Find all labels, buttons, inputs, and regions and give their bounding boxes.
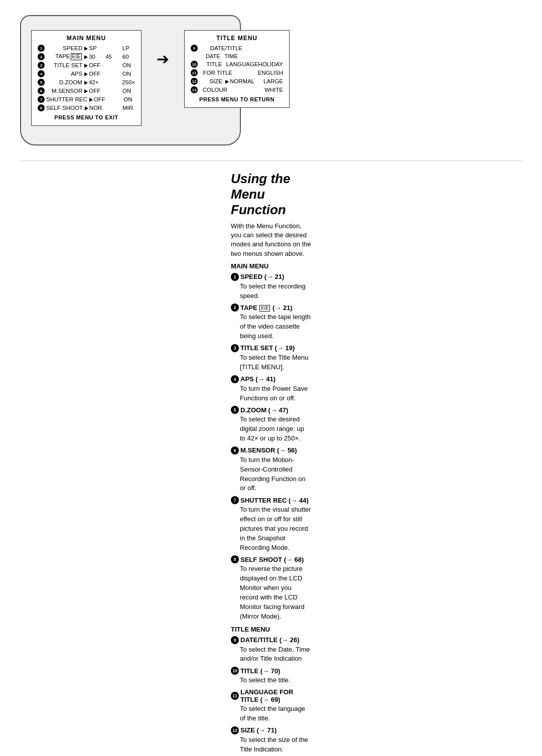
item-desc-title-set: To select the Title Menu [TITLE MENU]. — [231, 353, 311, 372]
item-heading-size: 12 SIZE (→ 71) — [231, 726, 311, 734]
item-desc-speed: To select the recording speed. — [231, 282, 311, 301]
num-13: 13 — [191, 86, 198, 93]
num-4: 4 — [38, 70, 45, 77]
item-heading-datetitle: 9 DATE/TITLE (→ 26) — [231, 636, 311, 644]
item-desc-title: To select the title. — [231, 676, 311, 685]
num-9: 9 — [191, 45, 198, 52]
item-desc-language: To select the language of the title. — [231, 704, 311, 723]
num-8: 8 — [38, 104, 45, 111]
item-heading-msensor: 6 M.SENSOR (→ 56) — [231, 446, 311, 455]
item-desc-shutter-rec: To turn the visual shutter effect on or … — [231, 505, 311, 552]
num-7: 7 — [38, 96, 45, 103]
item-desc-aps: To turn the Power Save Functions on or o… — [231, 384, 311, 403]
camera-body: MAIN MENU 1 SPEED SP LP 2 TAPEEŒ 30 45 6… — [20, 15, 241, 145]
menu-row-shutter-rec: 7 SHUTTER REC OFF ON — [38, 96, 135, 103]
menu-row-speed: 1 SPEED SP LP — [38, 45, 135, 52]
menu-row-datetitle: 9 DATE/TITLE — [191, 45, 283, 52]
menu-row-tape: 2 TAPEEŒ 30 45 60 — [38, 53, 135, 60]
num-2: 2 — [38, 53, 45, 60]
num-1: 1 — [38, 45, 45, 52]
item-desc-datetitle: To select the Date, Time and/or Title In… — [231, 645, 311, 664]
menu-row-colour: 13 COLOUR WHITE — [191, 86, 283, 93]
menu-arrow: ➔ — [157, 30, 169, 68]
menus-area: MAIN MENU 1 SPEED SP LP 2 TAPEEŒ 30 45 6… — [31, 30, 230, 126]
section-divider — [20, 161, 522, 161]
num-10: 10 — [191, 61, 198, 68]
num-6: 6 — [38, 87, 45, 94]
item-heading-speed: 1 SPEED (→ 21) — [231, 273, 311, 281]
item-desc-dzoom: To select the desired digital zoom range… — [231, 415, 311, 443]
num-5: 5 — [38, 79, 45, 86]
title-menu-label: TITLE MENU — [231, 626, 311, 633]
item-heading-aps: 4 APS (→ 41) — [231, 375, 311, 383]
num-11: 11 — [191, 69, 198, 76]
intro-text: With the Menu Function, you can select t… — [231, 222, 311, 258]
item-heading-title: 10 TITLE (→ 70) — [231, 667, 311, 675]
item-heading-title-set: 3 TITLE SET (→ 19) — [231, 344, 311, 352]
item-heading-self-shoot: 8 SELF SHOOT (→ 68) — [231, 555, 311, 563]
item-desc-self-shoot: To reverse the picture displayed on the … — [231, 564, 311, 621]
num-12: 12 — [191, 78, 198, 85]
item-heading-language: 11 LANGUAGE FOR TITLE (→ 69) — [231, 688, 311, 703]
main-menu-footer: PRESS MENU TO EXIT — [38, 114, 135, 120]
menu-row-title-lang: 10 TITLE LANGUAGE HOLIDAY — [191, 61, 283, 68]
bottom-section: Using the Menu Function With the Menu Fu… — [0, 166, 542, 756]
num-3: 3 — [38, 62, 45, 69]
menu-row-self-shoot: 8 SELF SHOOT NOR. MIR. — [38, 104, 135, 111]
title-menu-box: TITLE MENU 9 DATE/TITLE DATE TIME 10 TIT… — [184, 30, 290, 108]
item-desc-tape: To select the tape length of the video c… — [231, 313, 311, 341]
main-menu-label: MAIN MENU — [231, 262, 311, 270]
menu-row-title-set: 3 TITLE SET OFF ON — [38, 62, 135, 69]
main-menu-title: MAIN MENU — [38, 35, 135, 42]
title-menu-title: TITLE MENU — [191, 35, 283, 42]
main-menu-box: MAIN MENU 1 SPEED SP LP 2 TAPEEŒ 30 45 6… — [31, 30, 142, 126]
item-heading-shutter-rec: 7 SHUTTER REC (→ 44) — [231, 496, 311, 504]
menu-row-datetitle-sub: DATE TIME — [191, 53, 283, 59]
menu-row-for-title: 11 FOR TITLE ENGLISH — [191, 69, 283, 76]
menu-row-msensor: 6 M.SENSOR OFF ON — [38, 87, 135, 94]
page-title: Using the Menu Function — [231, 171, 311, 218]
item-desc-size: To select the size of the Title Indicati… — [231, 735, 311, 754]
menu-row-size: 12 SIZE NORMAL LARGE — [191, 78, 283, 85]
menu-row-dzoom: 5 D.ZOOM 42× 250× — [38, 79, 135, 86]
item-desc-msensor: To turn the Motion-Sensor-Controlled Rec… — [231, 456, 311, 493]
item-heading-dzoom: 5 D.ZOOM (→ 47) — [231, 406, 311, 414]
menu-row-aps: 4 APS OFF ON — [38, 70, 135, 77]
item-heading-tape: 2 TAPE EŒ (→ 21) — [231, 304, 311, 312]
top-section: MAIN MENU 1 SPEED SP LP 2 TAPEEŒ 30 45 6… — [0, 0, 542, 156]
title-menu-footer: PRESS MENU TO RETURN — [191, 96, 283, 102]
